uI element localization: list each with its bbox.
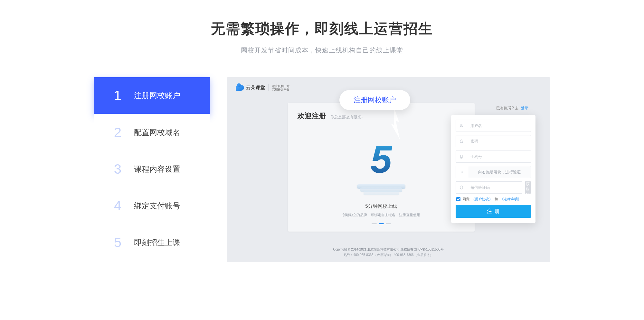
welcome-hint: 你总是那么有眼光~: [330, 114, 364, 120]
step-label: 课程内容设置: [134, 164, 180, 174]
get-code-button[interactable]: 获取验证码: [525, 181, 531, 194]
captcha-slider[interactable]: 向右拖动滑块，进行验证: [456, 166, 531, 178]
phone-icon: [459, 154, 464, 159]
legal-notice-link[interactable]: 《法律声明》: [500, 197, 521, 202]
svg-rect-1: [460, 141, 462, 142]
slider-handle[interactable]: [456, 166, 468, 178]
footer-copyright: Copyright © 2014-2021.北京昱新科技有限公司 版权所有 京I…: [227, 247, 550, 252]
username-input[interactable]: [470, 123, 527, 128]
welcome-desc: 创建独立的品牌，可绑定自主域名，注册直接使用: [342, 213, 420, 217]
step-2[interactable]: 2 配置网校域名: [94, 114, 210, 151]
cloud-icon: [236, 85, 244, 91]
agree-row: 同意 《用户协议》 和 《法律声明》: [456, 197, 531, 202]
step-label: 即刻招生上课: [134, 237, 180, 248]
logo-divider: [269, 84, 269, 91]
big-five-graphic: 5: [359, 135, 404, 183]
have-account-text: 已有账号? 去 登录: [496, 105, 528, 111]
user-icon: [459, 123, 464, 128]
carousel-dots[interactable]: [372, 223, 391, 224]
step-number: 2: [108, 125, 128, 140]
steps-list: 1 注册网校账户 2 配置网校域名 3 课程内容设置 4 绑定支付账号 5 即刻…: [94, 77, 210, 261]
agree-checkbox[interactable]: [456, 197, 460, 201]
preview-panel: 云朵课堂 教育机构一站 式服务云平台 欢迎注册 你总是那么有眼光~ 5: [227, 77, 550, 262]
register-button[interactable]: 注册: [456, 205, 531, 218]
page-subheadline: 网校开发节省时间成本，快速上线机构自己的线上课堂: [241, 46, 403, 55]
svg-point-3: [461, 158, 461, 158]
user-agreement-link[interactable]: 《用户协议》: [471, 197, 493, 202]
step-number: 3: [108, 161, 128, 177]
step-label: 配置网校域名: [134, 127, 180, 138]
platform-graphic: [355, 182, 407, 196]
welcome-panel: 欢迎注册 你总是那么有眼光~ 5 5分钟网校上线 创建独立的品牌，可绑定自主域名…: [288, 103, 475, 232]
callout-bubble: 注册网校账户: [339, 90, 410, 110]
signup-card: 向右拖动滑块，进行验证 获取验证码 同意 《用户协议》: [451, 115, 535, 223]
slider-arrows-icon: [459, 170, 464, 174]
login-link[interactable]: 登录: [521, 106, 528, 110]
svg-point-0: [460, 124, 462, 126]
step-label: 绑定支付账号: [134, 201, 180, 211]
step-number: 1: [108, 88, 128, 103]
sms-code-input[interactable]: [470, 185, 519, 190]
agree-prefix: 同意: [462, 197, 469, 202]
password-field-wrapper[interactable]: [456, 135, 531, 147]
preview-logo: 云朵课堂: [236, 85, 265, 91]
phone-input[interactable]: [470, 154, 527, 159]
step-1[interactable]: 1 注册网校账户: [94, 77, 210, 114]
step-5[interactable]: 5 即刻招生上课: [94, 224, 210, 261]
step-4[interactable]: 4 绑定支付账号: [94, 187, 210, 224]
agree-mid: 和: [495, 197, 498, 202]
username-field-wrapper[interactable]: [456, 120, 531, 132]
shield-icon: [459, 185, 464, 190]
step-number: 4: [108, 198, 128, 214]
footer-hotline: 热线：400-965-8366（产品咨询） 400-965-7366（售后服务）: [227, 252, 550, 258]
phone-field-wrapper[interactable]: [456, 151, 531, 163]
sms-code-field-wrapper[interactable]: [456, 181, 522, 194]
preview-logo-text: 云朵课堂: [246, 85, 265, 91]
step-number: 5: [108, 235, 128, 250]
welcome-caption: 5分钟网校上线: [365, 203, 397, 209]
step-3[interactable]: 3 课程内容设置: [94, 151, 210, 187]
step-label: 注册网校账户: [134, 90, 180, 101]
lock-icon: [459, 139, 464, 143]
password-input[interactable]: [470, 139, 527, 143]
preview-footer: Copyright © 2014-2021.北京昱新科技有限公司 版权所有 京I…: [227, 247, 550, 258]
welcome-title: 欢迎注册: [298, 111, 326, 121]
page-headline: 无需繁琐操作，即刻线上运营招生: [211, 19, 433, 38]
slider-text: 向右拖动滑块，进行验证: [468, 169, 531, 175]
preview-logo-sub: 教育机构一站 式服务云平台: [272, 85, 289, 91]
